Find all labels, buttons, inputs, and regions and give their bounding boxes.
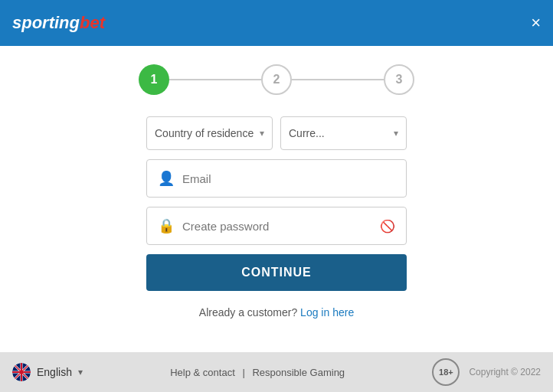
login-link[interactable]: Log in here xyxy=(300,306,354,318)
logo-bet: bet xyxy=(80,13,105,33)
responsible-gaming-link[interactable]: Responsible Gaming xyxy=(252,367,345,378)
footer-links: Help & contact | Responsible Gaming xyxy=(170,367,345,378)
step-1-label: 1 xyxy=(151,73,158,87)
footer-right: 18+ Copyright © 2022 xyxy=(432,358,541,386)
country-chevron-down-icon: ▾ xyxy=(260,128,264,139)
password-field-container: 🔒 🚫 xyxy=(146,207,407,245)
password-input[interactable] xyxy=(182,220,372,233)
currency-dropdown[interactable]: Curre... ▾ xyxy=(280,116,407,150)
continue-button[interactable]: CONTINUE xyxy=(146,254,407,291)
country-dropdown[interactable]: Country of residence ▾ xyxy=(146,116,273,150)
step-3-circle: 3 xyxy=(384,64,414,95)
already-customer-label: Already a customer? xyxy=(199,306,297,318)
language-selector[interactable]: English ▾ xyxy=(12,363,83,381)
age-restriction-badge: 18+ xyxy=(432,358,460,386)
language-label: English xyxy=(37,366,72,378)
header: sportingbet × xyxy=(0,0,553,46)
step-1-circle: 1 xyxy=(139,64,169,95)
language-chevron-down-icon: ▾ xyxy=(78,367,83,377)
stepper: 1 2 3 xyxy=(139,64,414,95)
email-field-container: 👤 xyxy=(146,159,407,198)
step-line-1 xyxy=(169,79,261,80)
logo: sportingbet xyxy=(12,13,105,33)
footer: English ▾ Help & contact | Responsible G… xyxy=(0,352,553,392)
main-content: 1 2 3 Country of residence ▾ Curre... ▾ … xyxy=(0,46,553,352)
close-button[interactable]: × xyxy=(531,15,541,31)
country-currency-row: Country of residence ▾ Curre... ▾ xyxy=(146,116,407,150)
help-contact-link[interactable]: Help & contact xyxy=(170,367,235,378)
step-2-circle: 2 xyxy=(261,64,292,95)
flag-icon xyxy=(12,363,31,381)
logo-sporting: sporting xyxy=(12,13,80,33)
lock-icon: 🔒 xyxy=(158,217,175,234)
currency-chevron-down-icon: ▾ xyxy=(394,128,398,139)
email-input[interactable] xyxy=(182,172,395,185)
currency-dropdown-label: Curre... xyxy=(289,127,325,139)
registration-form: Country of residence ▾ Curre... ▾ 👤 🔒 🚫 … xyxy=(146,116,407,318)
eye-slash-icon[interactable]: 🚫 xyxy=(380,219,395,234)
copyright-text: Copyright © 2022 xyxy=(469,367,541,377)
country-dropdown-label: Country of residence xyxy=(155,127,254,139)
step-line-2 xyxy=(292,79,384,80)
step-2-label: 2 xyxy=(273,73,280,87)
person-icon: 👤 xyxy=(158,170,175,187)
step-3-label: 3 xyxy=(396,73,403,87)
already-customer-text: Already a customer? Log in here xyxy=(146,306,407,318)
footer-separator: | xyxy=(242,367,244,378)
